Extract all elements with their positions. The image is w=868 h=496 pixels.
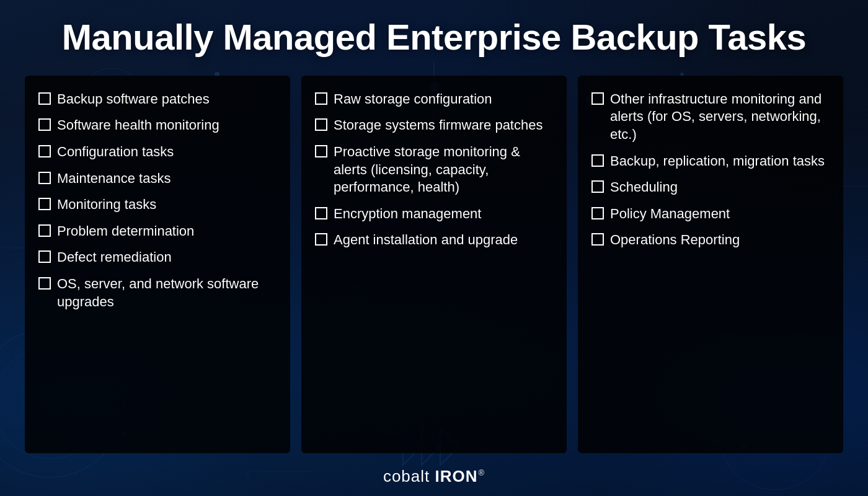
checkbox-icon [38, 92, 51, 105]
list-item: Policy Management [591, 205, 830, 223]
list-item: Other infrastructure monitoring and aler… [591, 91, 830, 144]
checkbox-icon [591, 233, 604, 246]
checkbox-icon [591, 207, 604, 219]
list-item-text: Monitoring tasks [57, 196, 156, 214]
checkbox-icon [591, 154, 604, 167]
column-3: Other infrastructure monitoring and aler… [578, 76, 843, 453]
column-1: Backup software patchesSoftware health m… [25, 76, 290, 453]
list-item: Maintenance tasks [38, 170, 277, 188]
page-title: Manually Managed Enterprise Backup Tasks [37, 17, 831, 57]
list-item: Raw storage configuration [315, 91, 553, 108]
footer-logo: cobalt IRON® [383, 467, 485, 486]
checkbox-icon [315, 145, 327, 157]
list-item: Configuration tasks [38, 143, 277, 161]
list-item: Operations Reporting [591, 231, 830, 249]
list-item-text: Agent installation and upgrade [334, 231, 518, 249]
checkbox-icon [38, 224, 51, 237]
list-item-text: Backup, replication, migration tasks [610, 153, 825, 170]
list-item-text: Raw storage configuration [334, 91, 492, 108]
list-item: Monitoring tasks [38, 196, 277, 214]
list-item-text: Other infrastructure monitoring and aler… [610, 91, 830, 144]
list-item-text: Policy Management [610, 205, 730, 223]
checkbox-icon [38, 118, 51, 131]
checkbox-icon [38, 277, 51, 290]
title-area: Manually Managed Enterprise Backup Tasks [25, 0, 843, 69]
logo-bold: IRON [435, 467, 478, 485]
columns-area: Backup software patchesSoftware health m… [25, 69, 843, 459]
list-item-text: Scheduling [610, 179, 678, 197]
list-item-text: OS, server, and network software upgrade… [57, 275, 277, 311]
list-item-text: Defect remediation [57, 249, 172, 267]
list-item: Storage systems firmware patches [315, 117, 553, 135]
list-item-text: Software health monitoring [57, 117, 219, 135]
checkbox-icon [315, 118, 327, 131]
list-item-text: Problem determination [57, 223, 194, 241]
list-item: Proactive storage monitoring & alerts (l… [315, 143, 553, 197]
list-item: Software health monitoring [38, 117, 277, 135]
list-item-text: Operations Reporting [610, 231, 740, 249]
list-item: Scheduling [591, 179, 830, 197]
list-item-text: Proactive storage monitoring & alerts (l… [334, 143, 553, 197]
checkbox-icon [38, 250, 51, 263]
list-item: Agent installation and upgrade [315, 231, 553, 249]
list-item-text: Maintenance tasks [57, 170, 170, 188]
checkbox-icon [38, 145, 51, 157]
checkbox-icon [38, 198, 51, 210]
logo-regular: cobalt [383, 467, 435, 485]
column-2: Raw storage configurationStorage systems… [301, 76, 567, 453]
checkbox-icon [315, 207, 327, 219]
list-item-text: Configuration tasks [57, 143, 174, 161]
checkbox-icon [315, 233, 327, 246]
list-item: Backup, replication, migration tasks [591, 153, 830, 170]
list-item-text: Backup software patches [57, 91, 210, 108]
registered-mark: ® [479, 468, 485, 477]
checkbox-icon [591, 180, 604, 193]
list-item: Problem determination [38, 223, 277, 241]
list-item-text: Encryption management [334, 205, 481, 223]
list-item: Backup software patches [38, 91, 277, 108]
list-item: OS, server, and network software upgrade… [38, 275, 277, 311]
main-content: Manually Managed Enterprise Backup Tasks… [0, 0, 868, 496]
list-item-text: Storage systems firmware patches [334, 117, 542, 135]
checkbox-icon [38, 172, 51, 184]
checkbox-icon [315, 92, 327, 105]
checkbox-icon [591, 92, 604, 105]
footer: cobalt IRON® [25, 459, 843, 496]
list-item: Defect remediation [38, 249, 277, 267]
list-item: Encryption management [315, 205, 553, 223]
